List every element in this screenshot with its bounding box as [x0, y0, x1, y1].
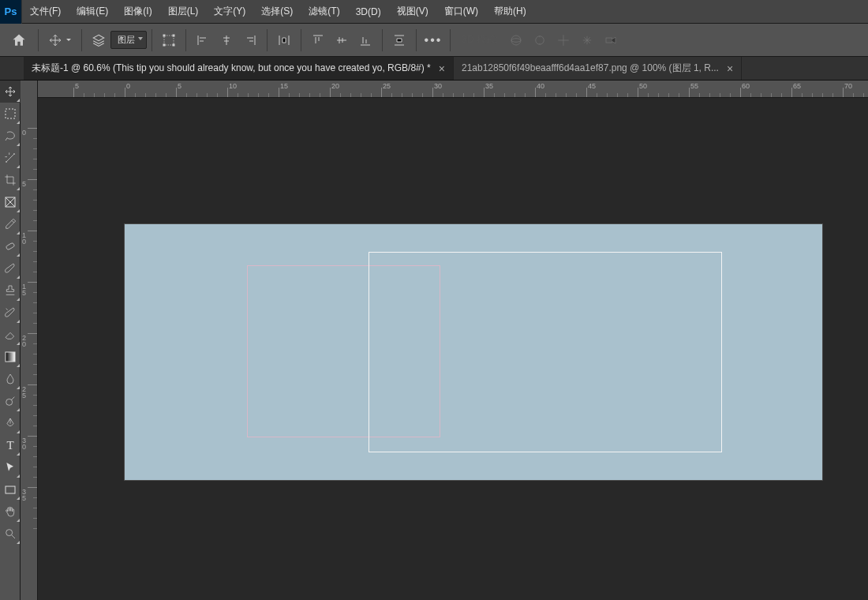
- svg-rect-0: [164, 36, 174, 45]
- orbit-icon: [509, 33, 523, 47]
- tool-move[interactable]: [0, 81, 21, 103]
- separator: [38, 29, 39, 51]
- tool-eyedropper[interactable]: [0, 213, 21, 235]
- menu-view[interactable]: 视图(V): [389, 0, 436, 23]
- zoom-icon: [4, 527, 17, 540]
- tool-crop[interactable]: [0, 169, 21, 191]
- svg-rect-11: [6, 242, 15, 250]
- move-arrows-icon: [48, 33, 62, 47]
- tool-dodge[interactable]: [0, 390, 21, 412]
- tool-brush[interactable]: [0, 257, 21, 279]
- transform-controls-toggle[interactable]: [157, 28, 181, 52]
- menu-help[interactable]: 帮助(H): [486, 0, 534, 23]
- hand-icon: [4, 505, 17, 518]
- close-icon[interactable]: ×: [727, 62, 733, 75]
- toolbox: T: [0, 81, 21, 600]
- doc-tab-active[interactable]: 未标题-1 @ 60.6% (This tip you should alrea…: [24, 57, 454, 80]
- distribute-v[interactable]: [387, 28, 411, 52]
- menu-type[interactable]: 文字(Y): [206, 0, 253, 23]
- align-middle-v-icon: [335, 34, 348, 47]
- menu-file[interactable]: 文件(F): [22, 0, 69, 23]
- menu-edit[interactable]: 编辑(E): [69, 0, 116, 23]
- menu-bar: Ps 文件(F) 编辑(E) 图像(I) 图层(L) 文字(Y) 选择(S) 滤…: [0, 0, 868, 24]
- menu-window[interactable]: 窗口(W): [436, 0, 486, 23]
- tool-marquee[interactable]: [0, 103, 21, 125]
- align-bottom-icon: [359, 34, 372, 47]
- align-top[interactable]: [306, 28, 330, 52]
- svg-rect-3: [163, 43, 166, 46]
- distribute-v-icon: [393, 34, 406, 47]
- tool-shape[interactable]: [0, 478, 21, 501]
- move-arrows-icon: [4, 85, 17, 98]
- canvas[interactable]: [125, 224, 822, 480]
- horizontal-ruler[interactable]: 50510152025303540455055606570: [38, 81, 868, 98]
- 3d-slide[interactable]: [575, 28, 599, 52]
- menu-image[interactable]: 图像(I): [116, 0, 159, 23]
- svg-rect-12: [6, 352, 15, 362]
- workspace: T 05101520253035 50510152025303540455055…: [0, 81, 868, 600]
- align-left[interactable]: [191, 28, 215, 52]
- auto-select-toggle[interactable]: [87, 28, 110, 52]
- shape-2[interactable]: [369, 252, 722, 452]
- 3d-roll[interactable]: [528, 28, 552, 52]
- arrow-icon: [4, 461, 17, 474]
- move-tool-indicator[interactable]: [43, 30, 77, 51]
- home-button[interactable]: [5, 28, 33, 52]
- menu-layer[interactable]: 图层(L): [160, 0, 207, 23]
- tool-quick-select[interactable]: [0, 147, 21, 169]
- 3d-mode-label: 3D 模式:: [455, 33, 504, 47]
- align-bottom[interactable]: [354, 28, 377, 52]
- camera-icon: [604, 33, 618, 47]
- frame-icon: [5, 197, 16, 208]
- 3d-pan[interactable]: [552, 28, 575, 52]
- doc-tab-inactive[interactable]: 21ab12850f6f49beaafff6d4aa1ef87.png @ 10…: [454, 57, 742, 80]
- tool-lasso[interactable]: [0, 125, 21, 147]
- document-tabs: 未标题-1 @ 60.6% (This tip you should alrea…: [0, 57, 868, 81]
- app-logo: Ps: [0, 0, 22, 24]
- align-center-h[interactable]: [215, 28, 238, 52]
- eraser-icon: [4, 328, 17, 341]
- svg-rect-4: [173, 43, 175, 46]
- svg-rect-1: [163, 34, 166, 36]
- menu-3d[interactable]: 3D(D): [348, 0, 389, 23]
- wand-icon: [4, 152, 17, 164]
- tool-gradient[interactable]: [0, 346, 21, 368]
- eyedropper-icon: [4, 218, 17, 231]
- align-right[interactable]: [238, 28, 262, 52]
- separator: [382, 29, 383, 51]
- tool-zoom[interactable]: [0, 523, 21, 545]
- tool-stamp[interactable]: [0, 279, 21, 302]
- canvas-stage[interactable]: [38, 98, 868, 600]
- close-icon[interactable]: ×: [439, 62, 445, 75]
- crop-icon: [4, 174, 17, 186]
- menu-select[interactable]: 选择(S): [253, 0, 301, 23]
- gradient-icon: [5, 351, 16, 362]
- tool-healing[interactable]: [0, 235, 21, 257]
- tool-frame[interactable]: [0, 191, 21, 213]
- tool-type[interactable]: T: [0, 434, 21, 456]
- tool-history-brush[interactable]: [0, 302, 21, 324]
- rectangle-icon: [5, 484, 16, 495]
- 3d-camera[interactable]: [599, 28, 623, 52]
- align-center-h-icon: [220, 34, 233, 47]
- tool-pen[interactable]: [0, 412, 21, 434]
- bandage-icon: [4, 240, 17, 253]
- vertical-ruler[interactable]: 05101520253035: [21, 81, 38, 600]
- distribute-h[interactable]: [272, 28, 296, 52]
- tool-path-select[interactable]: [0, 456, 21, 478]
- 3d-orbit[interactable]: [504, 28, 528, 52]
- brush-icon: [4, 262, 17, 275]
- tool-hand[interactable]: [0, 501, 21, 523]
- more-options[interactable]: •••: [421, 28, 445, 52]
- separator: [81, 29, 82, 51]
- target-select[interactable]: 图层: [110, 31, 147, 49]
- dodge-icon: [4, 395, 17, 407]
- pan-icon: [556, 33, 571, 47]
- tool-blur[interactable]: [0, 368, 21, 390]
- svg-rect-14: [6, 486, 15, 493]
- align-top-icon: [312, 34, 324, 47]
- droplet-icon: [4, 373, 17, 385]
- menu-filter[interactable]: 滤镜(T): [301, 0, 347, 23]
- tool-eraser[interactable]: [0, 324, 21, 346]
- align-middle-v[interactable]: [330, 28, 354, 52]
